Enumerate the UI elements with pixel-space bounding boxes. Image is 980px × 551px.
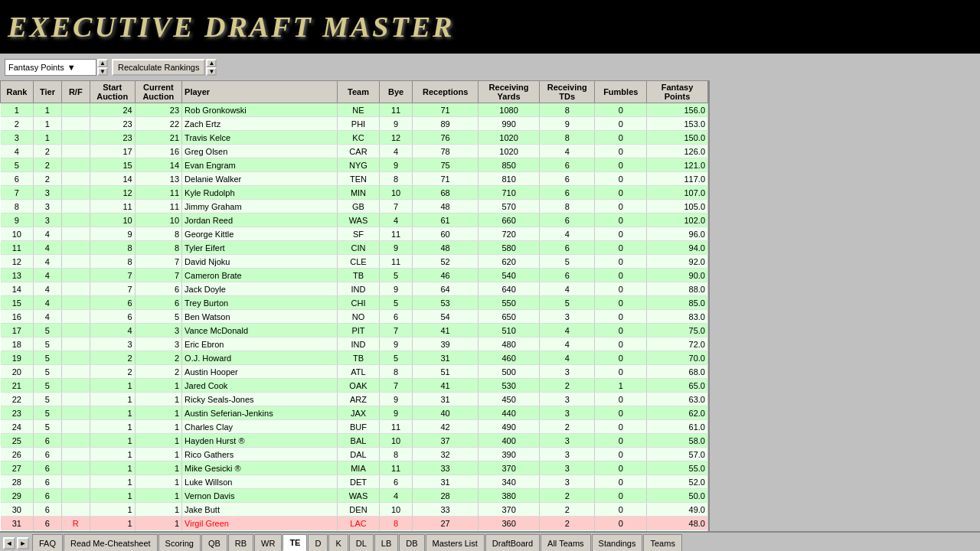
table-cell: 41 bbox=[413, 324, 479, 337]
table-cell: 1 bbox=[34, 117, 62, 131]
table-cell: 28 bbox=[1, 475, 34, 489]
table-cell: 0 bbox=[595, 310, 647, 324]
dropdown-label: Fantasy Points bbox=[8, 63, 64, 72]
table-cell: 6 bbox=[380, 310, 413, 324]
recalculate-rankings-btn[interactable]: Recalculate Rankings bbox=[112, 59, 205, 76]
tab-te[interactable]: TE bbox=[283, 534, 307, 551]
tab-dl[interactable]: DL bbox=[349, 534, 374, 551]
table-cell: 107.0 bbox=[647, 186, 708, 200]
table-cell: 1 bbox=[1, 103, 34, 117]
dropdown-arrow-icon[interactable]: ▼ bbox=[67, 63, 76, 72]
table-cell: 2 bbox=[540, 379, 595, 393]
tab-teams[interactable]: Teams bbox=[643, 534, 681, 551]
table-cell: 21 bbox=[1, 379, 34, 393]
table-cell: Jimmy Graham bbox=[182, 200, 338, 214]
table-cell: 71 bbox=[413, 103, 479, 117]
table-cell: 51 bbox=[413, 365, 479, 379]
table-cell: 17 bbox=[1, 324, 34, 337]
table-cell: 2 bbox=[540, 517, 595, 530]
table-cell: 24 bbox=[90, 103, 135, 117]
table-cell: 5 bbox=[380, 351, 413, 365]
table-cell: 660 bbox=[479, 214, 540, 227]
recalc-scroll-group: ▲ ▼ bbox=[206, 59, 217, 76]
table-cell: 23 bbox=[90, 131, 135, 145]
tab-prev-btn[interactable]: ◄ bbox=[3, 537, 15, 549]
table-row: 831111Jimmy GrahamGB74857080105.0 bbox=[1, 200, 708, 214]
tab-scoring[interactable]: Scoring bbox=[158, 534, 201, 551]
table-cell: Tyler Eifert bbox=[182, 241, 338, 255]
table-cell: 48.0 bbox=[647, 517, 708, 530]
table-cell: 76 bbox=[413, 131, 479, 145]
table-cell: 1020 bbox=[479, 131, 540, 145]
table-cell: 1 bbox=[90, 461, 135, 475]
table-cell: 6 bbox=[540, 158, 595, 172]
tab-d[interactable]: D bbox=[308, 534, 328, 551]
col-start-auction: StartAuction bbox=[90, 81, 135, 103]
table-cell: 12 bbox=[90, 186, 135, 200]
table-cell: 1 bbox=[135, 475, 181, 489]
table-cell: 23 bbox=[90, 117, 135, 131]
table-row: 15466Trey BurtonCHI5535505085.0 bbox=[1, 296, 708, 310]
table-cell: 3 bbox=[540, 406, 595, 420]
table-cell: 55.0 bbox=[647, 461, 708, 475]
table-cell: 57.0 bbox=[647, 448, 708, 461]
table-cell: 9 bbox=[380, 241, 413, 255]
table-scroll[interactable]: Rank Tier R/F StartAuction CurrentAuctio… bbox=[0, 80, 708, 531]
tab-read-me-cheatsheet[interactable]: Read Me-Cheatsheet bbox=[64, 534, 158, 551]
table-cell: IND bbox=[337, 282, 379, 296]
table-cell: 1 bbox=[595, 379, 647, 393]
scroll-up-btn[interactable]: ▲ bbox=[97, 59, 108, 67]
table-cell: 810 bbox=[479, 172, 540, 186]
table-cell: 0 bbox=[595, 158, 647, 172]
table-cell: 7 bbox=[380, 324, 413, 337]
table-cell: 6 bbox=[90, 310, 135, 324]
table-cell: 2 bbox=[90, 365, 135, 379]
tab-next-btn[interactable]: ► bbox=[17, 537, 29, 549]
recalc-down-btn[interactable]: ▼ bbox=[206, 67, 217, 76]
scroll-down-btn[interactable]: ▼ bbox=[97, 67, 108, 76]
table-cell: 6 bbox=[34, 503, 62, 517]
table-cell: 1 bbox=[135, 406, 181, 420]
table-cell: 2 bbox=[34, 172, 62, 186]
table-cell: 5 bbox=[135, 310, 181, 324]
tab-all-teams[interactable]: All Teams bbox=[541, 534, 590, 551]
tab-k[interactable]: K bbox=[328, 534, 348, 551]
table-cell: 370 bbox=[479, 503, 540, 517]
recalc-up-btn[interactable]: ▲ bbox=[206, 59, 217, 67]
tab-db[interactable]: DB bbox=[399, 534, 424, 551]
table-header-row: Rank Tier R/F StartAuction CurrentAuctio… bbox=[1, 81, 708, 103]
fantasy-points-dropdown[interactable]: Fantasy Points ▼ bbox=[5, 59, 96, 76]
tab-draftboard[interactable]: DraftBoard bbox=[485, 534, 540, 551]
players-table: Rank Tier R/F StartAuction CurrentAuctio… bbox=[0, 80, 708, 531]
tab-masters-list[interactable]: Masters List bbox=[426, 534, 485, 551]
table-cell: 4 bbox=[34, 255, 62, 269]
tab-qb[interactable]: QB bbox=[201, 534, 227, 551]
tab-wr[interactable]: WR bbox=[254, 534, 282, 551]
table-cell: 1 bbox=[90, 420, 135, 434]
tab-rb[interactable]: RB bbox=[228, 534, 253, 551]
table-row: 22511Ricky Seals-JonesARZ9314503063.0 bbox=[1, 393, 708, 406]
table-cell: 5 bbox=[380, 296, 413, 310]
table-cell: 4 bbox=[1, 145, 34, 158]
table-cell: 53 bbox=[413, 296, 479, 310]
table-cell: GB bbox=[337, 200, 379, 214]
table-cell bbox=[61, 186, 90, 200]
table-cell: 117.0 bbox=[647, 172, 708, 186]
table-cell: 28 bbox=[413, 489, 479, 503]
table-cell: 3 bbox=[540, 461, 595, 475]
table-cell: 3 bbox=[540, 365, 595, 379]
table-cell: 1 bbox=[135, 379, 181, 393]
tab-lb[interactable]: LB bbox=[374, 534, 398, 551]
table-cell: Trey Burton bbox=[182, 296, 338, 310]
table-cell: 12 bbox=[1, 255, 34, 269]
table-cell bbox=[61, 241, 90, 255]
table-cell: 0 bbox=[595, 269, 647, 282]
table-cell: 58.0 bbox=[647, 434, 708, 448]
tab-standings[interactable]: Standings bbox=[592, 534, 643, 551]
table-cell: 27 bbox=[1, 461, 34, 475]
col-tier: Tier bbox=[34, 81, 62, 103]
table-cell: 0 bbox=[595, 131, 647, 145]
table-cell: MIN bbox=[337, 186, 379, 200]
tab-faq[interactable]: FAQ bbox=[32, 534, 63, 551]
table-cell: 0 bbox=[595, 296, 647, 310]
